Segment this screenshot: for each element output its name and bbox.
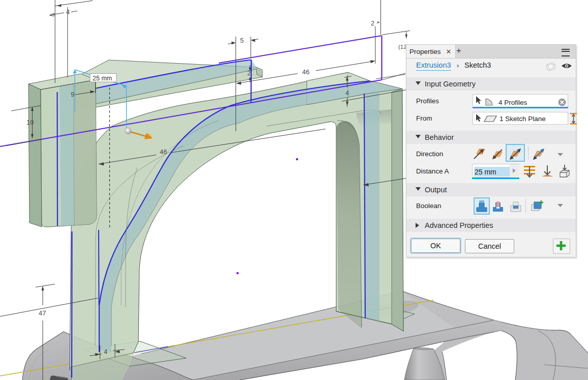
svg-text:5: 5: [240, 37, 244, 44]
svg-text:10: 10: [26, 119, 34, 126]
svg-text:4: 4: [104, 348, 107, 356]
svg-text:4: 4: [66, 8, 70, 16]
svg-text:25 mm: 25 mm: [93, 75, 112, 82]
svg-text:46: 46: [302, 68, 309, 76]
svg-text:2: 2: [371, 19, 374, 27]
svg-text:4: 4: [345, 89, 349, 97]
svg-text:46: 46: [160, 148, 167, 156]
svg-text:9: 9: [71, 91, 74, 98]
svg-text:47: 47: [39, 309, 46, 317]
svg-text:2: 2: [247, 69, 251, 77]
